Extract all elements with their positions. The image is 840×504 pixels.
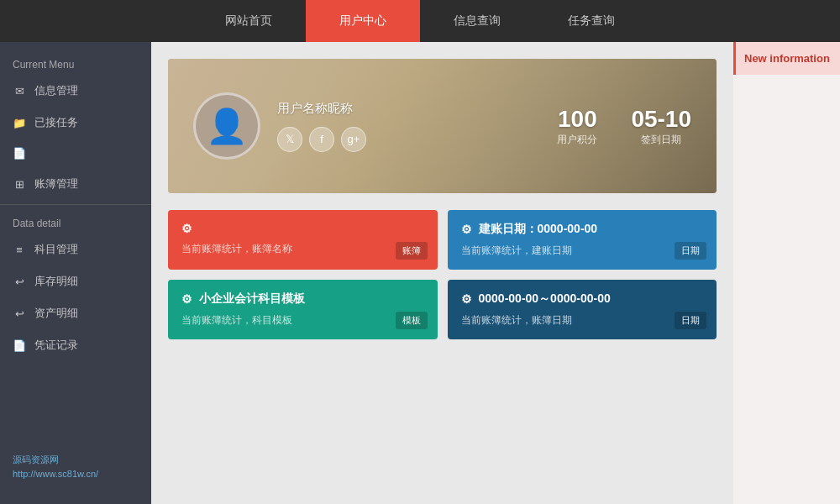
sidebar-label-assets: 资产明细: [34, 306, 78, 321]
email-icon: ✉: [13, 85, 26, 97]
sidebar-label-accepted-tasks: 已接任务: [34, 115, 78, 130]
card3-title-text: 小企业会计科目模板: [199, 291, 305, 307]
stat-checkin: 05-10 签到日期: [631, 106, 691, 147]
sidebar-item-voucher[interactable]: 📄 凭证记录: [0, 329, 151, 361]
card3-subtitle: 当前账簿统计，科目模板: [181, 313, 424, 328]
sidebar-label-subject-mgmt: 科目管理: [34, 242, 78, 257]
card-account-template[interactable]: 小企业会计科目模板 当前账簿统计，科目模板 模板: [168, 280, 438, 339]
avatar-icon: 👤: [206, 107, 248, 146]
watermark: 源码资源网 http://www.sc81w.cn/: [0, 446, 151, 487]
sidebar-item-assets[interactable]: ↩ 资产明细: [0, 297, 151, 329]
nav-item-task-query[interactable]: 任务查询: [534, 0, 648, 42]
top-navigation: 网站首页 用户中心 信息查询 任务查询: [0, 0, 840, 42]
new-info-banner[interactable]: New information: [733, 42, 840, 75]
card4-badge: 日期: [675, 312, 706, 329]
stat-checkin-value: 05-10: [631, 106, 691, 133]
card3-title: 小企业会计科目模板: [181, 291, 424, 307]
sidebar: Current Menu ✉ 信息管理 📁 已接任务 📄 ⊞ 账簿管理 Data…: [0, 42, 151, 504]
profile-banner: 👤 用户名称昵称 𝕏 f g+ 100 用户积分 05-10 签到日期: [168, 59, 717, 193]
card1-badge: 账簿: [396, 242, 428, 260]
sidebar-item-accepted-tasks[interactable]: 📁 已接任务: [0, 107, 151, 139]
gear-icon-2: [461, 223, 472, 236]
voucher-icon: 📄: [13, 339, 26, 352]
sidebar-label-inventory: 库存明细: [34, 274, 78, 289]
stat-points: 100 用户积分: [557, 106, 597, 147]
card-create-date[interactable]: 建账日期：0000-00-00 当前账簿统计，建账日期 日期: [448, 210, 717, 270]
main-layout: Current Menu ✉ 信息管理 📁 已接任务 📄 ⊞ 账簿管理 Data…: [0, 42, 840, 504]
sidebar-item-inventory[interactable]: ↩ 库存明细: [0, 265, 151, 297]
gear-icon-1: [181, 222, 192, 235]
watermark-line2: http://www.sc81w.cn/: [13, 467, 139, 481]
list-icon: ≡: [13, 244, 26, 256]
card2-title-text: 建账日期：0000-00-00: [479, 222, 598, 237]
stat-points-label: 用户积分: [557, 133, 597, 147]
assets-icon: ↩: [13, 307, 26, 320]
card4-title-text: 0000-00-00～0000-00-00: [479, 291, 611, 307]
sidebar-item-subject-mgmt[interactable]: ≡ 科目管理: [0, 234, 151, 265]
card1-title: [181, 222, 424, 235]
sidebar-item-info-mgmt[interactable]: ✉ 信息管理: [0, 75, 151, 107]
googleplus-icon[interactable]: g+: [341, 127, 366, 152]
facebook-icon[interactable]: f: [309, 127, 334, 152]
card1-subtitle: 当前账簿统计，账簿名称: [181, 242, 424, 256]
sidebar-section-title-1: Current Menu: [0, 50, 151, 75]
card-date-range[interactable]: 0000-00-00～0000-00-00 当前账簿统计，账簿日期 日期: [448, 280, 717, 339]
sidebar-label-account-mgmt: 账簿管理: [34, 176, 78, 192]
profile-stats: 100 用户积分 05-10 签到日期: [557, 106, 691, 147]
content-area: 👤 用户名称昵称 𝕏 f g+ 100 用户积分 05-10 签到日期: [151, 42, 733, 504]
sidebar-divider: [0, 204, 151, 205]
cards-grid: 当前账簿统计，账簿名称 账簿 建账日期：0000-00-00 当前账簿统计，建账…: [168, 210, 717, 339]
watermark-line1: 源码资源网: [13, 453, 139, 467]
nav-items-container: 网站首页 用户中心 信息查询 任务查询: [192, 0, 648, 42]
grid-icon: ⊞: [13, 178, 26, 191]
gear-icon-4: [461, 292, 472, 306]
sidebar-section-title-2: Data detail: [0, 209, 151, 234]
twitter-icon[interactable]: 𝕏: [277, 127, 302, 152]
folder-icon: 📁: [13, 117, 26, 129]
profile-username: 用户名称昵称: [277, 101, 366, 117]
card2-badge: 日期: [675, 242, 706, 260]
gear-icon-3: [181, 292, 192, 306]
sidebar-label-info-mgmt: 信息管理: [34, 83, 78, 98]
profile-info: 用户名称昵称 𝕏 f g+: [277, 101, 366, 152]
stat-points-value: 100: [557, 106, 597, 133]
doc-icon: 📄: [13, 147, 26, 160]
stat-checkin-label: 签到日期: [631, 133, 691, 147]
nav-item-home[interactable]: 网站首页: [192, 0, 306, 42]
sidebar-label-voucher: 凭证记录: [34, 338, 78, 353]
card2-subtitle: 当前账簿统计，建账日期: [461, 244, 704, 258]
nav-item-user-center[interactable]: 用户中心: [306, 0, 420, 42]
card-account-name[interactable]: 当前账簿统计，账簿名称 账簿: [168, 210, 438, 270]
social-icons-container: 𝕏 f g+: [277, 127, 366, 152]
card3-badge: 模板: [396, 312, 428, 329]
sidebar-item-doc[interactable]: 📄: [0, 139, 151, 168]
avatar: 👤: [193, 92, 260, 160]
nav-item-info-query[interactable]: 信息查询: [420, 0, 534, 42]
card4-subtitle: 当前账簿统计，账簿日期: [461, 313, 704, 328]
right-panel: New information: [733, 42, 840, 504]
card4-title: 0000-00-00～0000-00-00: [461, 291, 704, 307]
sidebar-item-account-mgmt[interactable]: ⊞ 账簿管理: [0, 168, 151, 200]
new-info-label: New information: [744, 52, 832, 65]
card2-title: 建账日期：0000-00-00: [461, 222, 704, 237]
inventory-icon: ↩: [13, 276, 26, 288]
